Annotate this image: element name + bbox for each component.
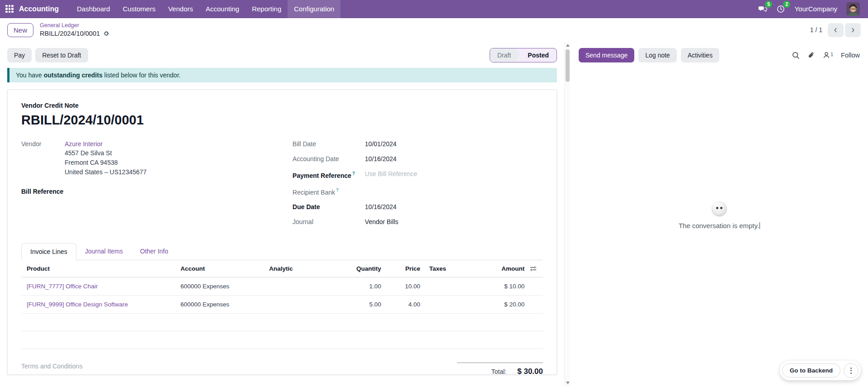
go-to-backend-button[interactable]: Go to Backend	[782, 363, 840, 377]
optional-columns-icon[interactable]	[530, 265, 540, 272]
pay-button[interactable]: Pay	[7, 48, 32, 62]
pager-next-button[interactable]	[845, 23, 861, 37]
col-header-amount: Amount	[465, 260, 527, 277]
pager-counter: 1 / 1	[810, 26, 822, 33]
vendor-address-line2: Fremont CA 94538	[65, 158, 146, 167]
state-widget: Draft Posted	[490, 48, 557, 62]
tab-invoice-lines[interactable]: Invoice Lines	[21, 243, 76, 260]
reset-to-draft-button[interactable]: Reset to Draft	[35, 48, 88, 62]
vendor-address-line1: 4557 De Silva St	[65, 148, 146, 158]
payment-reference-label: Payment Reference	[292, 172, 351, 179]
col-header-account: Account	[178, 260, 266, 277]
empty-table-row	[21, 331, 543, 349]
tab-other-info[interactable]: Other Info	[132, 243, 177, 260]
due-date-value[interactable]: 10/16/2024	[365, 202, 396, 211]
menu-accounting[interactable]: Accounting	[199, 0, 245, 18]
col-header-quantity: Quantity	[340, 260, 384, 277]
vendor-label: Vendor	[21, 139, 65, 177]
apps-grid-icon[interactable]	[5, 5, 14, 13]
menu-customers[interactable]: Customers	[116, 0, 162, 18]
search-messages-icon[interactable]	[792, 52, 800, 59]
due-date-label: Due Date	[292, 202, 365, 211]
table-row: [FURN_7777] Office Chair 600000 Expenses…	[21, 277, 543, 296]
outstanding-credits-alert: You have outstanding credits listed belo…	[7, 68, 557, 82]
activities-clock-icon[interactable]: 2	[776, 5, 785, 14]
log-note-button[interactable]: Log note	[638, 48, 677, 62]
vendor-address-line3: United States – US12345677	[65, 167, 146, 177]
followers-count: 1	[830, 52, 833, 57]
pager-previous-button[interactable]	[828, 23, 844, 37]
activities-badge: 2	[783, 1, 790, 8]
terms-and-conditions-input[interactable]: Terms and Conditions	[21, 363, 82, 370]
empty-conversation-text: The conversation is empty.	[679, 222, 759, 229]
notebook-tabs: Invoice Lines Journal Items Other Info	[21, 243, 543, 260]
alert-text-bold: outstanding credits	[44, 72, 103, 79]
state-posted[interactable]: Posted	[520, 48, 557, 62]
document-type-label: Vendor Credit Note	[21, 102, 543, 109]
messages-badge: 5	[765, 1, 772, 8]
app-name[interactable]: Accounting	[19, 5, 59, 13]
journal-label: Journal	[292, 217, 365, 226]
chatter-panel: Send message Log note Activities 1 Follo…	[571, 42, 868, 387]
tab-journal-items[interactable]: Journal Items	[76, 243, 132, 260]
quantity-cell: 5.00	[340, 296, 384, 314]
smiley-face-icon	[712, 201, 727, 216]
company-switcher[interactable]: YourCompany	[794, 5, 837, 13]
breadcrumb-current: RBILL/2024/10/0001	[40, 29, 100, 38]
journal-value[interactable]: Vendor Bills	[365, 217, 398, 226]
total-value: $ 30.00	[517, 367, 543, 376]
user-avatar[interactable]	[846, 2, 860, 16]
new-button[interactable]: New	[7, 23, 33, 37]
kebab-menu-icon[interactable]	[844, 363, 859, 378]
taxes-cell	[423, 277, 465, 296]
scrollbar-thumb[interactable]	[566, 49, 570, 82]
product-link[interactable]: [FURN_9999] Office Design Software	[27, 301, 128, 308]
breadcrumb-bar: New General Ledger RBILL/2024/10/0001 1 …	[0, 18, 868, 42]
backend-pill: Go to Backend	[780, 361, 861, 380]
form-statusbar: Pay Reset to Draft Draft Posted	[0, 42, 564, 68]
empty-table-row	[21, 314, 543, 331]
alert-text-prefix: You have	[16, 72, 44, 79]
breadcrumb: General Ledger RBILL/2024/10/0001	[40, 22, 109, 38]
col-header-product: Product	[21, 260, 178, 277]
follow-button[interactable]: Follow	[841, 52, 860, 59]
amount-cell: $ 10.00	[465, 277, 527, 296]
menu-configuration[interactable]: Configuration	[288, 0, 340, 18]
col-header-taxes: Taxes	[423, 260, 465, 277]
col-header-analytic: Analytic	[266, 260, 340, 277]
analytic-cell	[266, 296, 340, 314]
recipient-bank-label: Recipient Bank	[292, 188, 335, 196]
followers-icon[interactable]: 1	[823, 52, 833, 59]
bill-date-label: Bill Date	[292, 139, 365, 148]
bill-reference-label: Bill Reference	[21, 187, 63, 196]
send-message-button[interactable]: Send message	[579, 48, 634, 62]
payment-reference-input[interactable]: Use Bill Reference	[365, 169, 417, 180]
analytic-cell	[266, 277, 340, 296]
attachments-icon[interactable]	[807, 52, 815, 59]
col-header-price: Price	[384, 260, 423, 277]
account-cell: 600000 Expenses	[178, 277, 266, 296]
menu-dashboard[interactable]: Dashboard	[71, 0, 116, 18]
activities-button[interactable]: Activities	[681, 48, 719, 62]
table-row: [FURN_9999] Office Design Software 60000…	[21, 296, 543, 314]
document-sheet: Vendor Credit Note RBILL/2024/10/0001 Ve…	[7, 90, 557, 375]
totals-block: Total: $ 30.00	[457, 363, 543, 376]
scrollbar-down-arrow[interactable]	[566, 382, 570, 384]
messages-icon[interactable]: 5	[758, 5, 767, 14]
empty-conversation: The conversation is empty.	[571, 201, 868, 229]
account-cell: 600000 Expenses	[178, 296, 266, 314]
quantity-cell: 1.00	[340, 277, 384, 296]
vendor-link[interactable]: Azure Interior	[65, 140, 103, 148]
accounting-date-label: Accounting Date	[292, 154, 365, 163]
scrollbar-up-arrow[interactable]	[566, 44, 570, 47]
state-draft[interactable]: Draft	[490, 48, 520, 62]
menu-reporting[interactable]: Reporting	[245, 0, 288, 18]
gear-icon[interactable]	[103, 30, 109, 37]
breadcrumb-parent-link[interactable]: General Ledger	[40, 22, 109, 29]
product-link[interactable]: [FURN_7777] Office Chair	[27, 283, 98, 290]
menu-vendors[interactable]: Vendors	[162, 0, 199, 18]
invoice-lines-table: Product Account Analytic Quantity Price …	[21, 260, 543, 349]
help-icon: ?	[352, 171, 355, 176]
bill-date-value[interactable]: 10/01/2024	[365, 139, 396, 148]
accounting-date-value[interactable]: 10/16/2024	[365, 154, 396, 163]
